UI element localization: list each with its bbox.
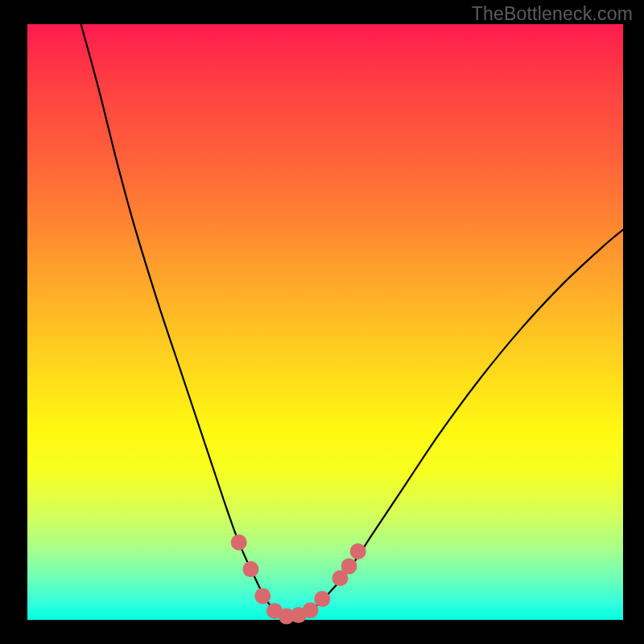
bottleneck-curve [81,24,623,617]
marker-dot [254,588,270,604]
highlighted-markers [231,535,366,625]
marker-dot [350,543,366,559]
curve-layer [27,24,623,620]
plot-area [27,24,623,620]
marker-dot [314,591,330,607]
marker-dot [341,558,357,574]
watermark-text: TheBottleneck.com [472,3,633,25]
marker-dot [303,602,319,618]
marker-dot [231,535,247,551]
chart-frame: TheBottleneck.com [0,0,644,644]
marker-dot [243,561,259,577]
